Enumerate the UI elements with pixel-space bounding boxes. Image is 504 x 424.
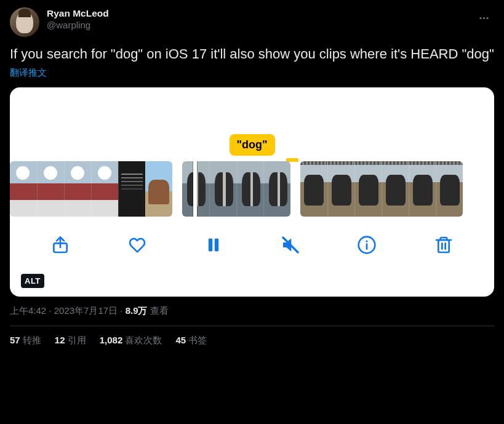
likes-stat[interactable]: 1,082 喜欢次数: [100, 335, 162, 346]
user-block[interactable]: Ryan McLeod @warpling: [47, 7, 466, 31]
svg-rect-5: [215, 238, 218, 251]
display-name: Ryan McLeod: [47, 7, 466, 19]
svg-point-2: [486, 17, 488, 18]
timeline-frame: [263, 161, 290, 217]
quotes-stat[interactable]: 12 引用: [55, 335, 86, 346]
alt-badge[interactable]: ALT: [21, 274, 44, 288]
clip-group-1[interactable]: [10, 161, 172, 217]
playhead[interactable]: [193, 161, 197, 217]
timeline-frame: [37, 161, 64, 217]
like-button[interactable]: [119, 226, 156, 263]
info-icon: [357, 235, 377, 255]
translate-link[interactable]: 翻译推文: [10, 67, 47, 79]
speaker-muted-icon: [281, 235, 300, 255]
svg-rect-9: [438, 240, 449, 252]
media-toolbar: [10, 217, 494, 273]
tweet-text: If you search for "dog" on iOS 17 it'll …: [10, 46, 494, 63]
video-timeline[interactable]: [10, 161, 494, 217]
pause-button[interactable]: [195, 226, 232, 263]
pause-icon: [205, 235, 222, 255]
retweets-stat[interactable]: 57 转推: [10, 335, 41, 346]
tweet-container: Ryan McLeod @warpling If you search for …: [0, 0, 504, 355]
timeline-frame: [236, 161, 263, 217]
timeline-frame: [209, 161, 236, 217]
timeline-frame: [409, 161, 436, 217]
user-handle: @warpling: [47, 20, 466, 31]
timeline-frame: [327, 161, 354, 217]
timeline-frame: [354, 161, 382, 217]
timeline-frame: [118, 161, 145, 217]
svg-point-1: [482, 17, 484, 18]
timeline-frame: [10, 161, 37, 217]
media-card[interactable]: "dog": [10, 87, 494, 297]
bookmarks-stat[interactable]: 45 书签: [175, 335, 207, 346]
svg-point-8: [366, 240, 368, 242]
tweet-header: Ryan McLeod @warpling: [10, 7, 494, 37]
timeline-frame: [91, 161, 118, 217]
views-label: 查看: [148, 305, 169, 316]
heart-icon: [127, 235, 147, 255]
share-icon: [50, 235, 70, 255]
timeline-frame: [145, 161, 172, 217]
delete-button[interactable]: [425, 226, 462, 263]
tweet-stats: 57 转推 12 引用 1,082 喜欢次数 45 书签: [10, 326, 494, 355]
timeline-frame: [436, 161, 463, 217]
svg-rect-4: [209, 238, 212, 251]
svg-point-0: [479, 17, 481, 18]
tweet-date[interactable]: 2023年7月17日: [54, 305, 118, 316]
trash-icon: [434, 235, 454, 255]
clip-group-2[interactable]: [182, 161, 290, 217]
info-button[interactable]: [348, 226, 385, 263]
tweet-meta: 上午4:42 · 2023年7月17日 · 8.9万 查看: [10, 305, 494, 326]
timeline-frame: [300, 161, 327, 217]
timeline-frame: [382, 161, 409, 217]
recognized-word-chip: "dog": [229, 134, 274, 156]
timeline-frame: [64, 161, 91, 217]
media-top-area: "dog": [10, 87, 494, 161]
clip-group-3[interactable]: [300, 161, 463, 217]
avatar[interactable]: [10, 7, 39, 37]
more-icon: [478, 12, 490, 24]
views-count: 8.9万: [126, 305, 148, 316]
share-button[interactable]: [42, 226, 79, 263]
tweet-time[interactable]: 上午4:42: [10, 305, 46, 316]
mute-button[interactable]: [272, 226, 309, 263]
more-button[interactable]: [473, 7, 494, 28]
